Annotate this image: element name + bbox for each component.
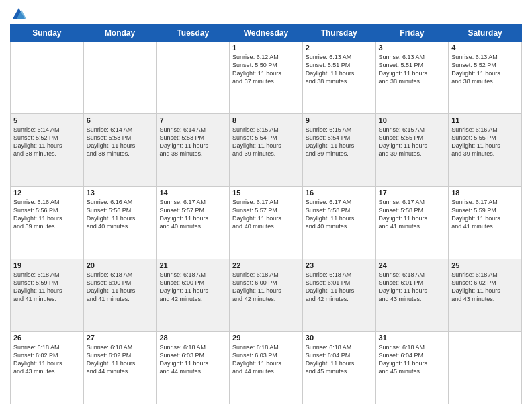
day-number: 3 (379, 44, 446, 52)
weekday-header-monday: Monday (83, 25, 157, 42)
day-cell-27: 27Sunrise: 6:18 AM Sunset: 6:02 PM Dayli… (83, 332, 157, 404)
day-info: Sunrise: 6:18 AM Sunset: 6:02 PM Dayligh… (13, 343, 81, 376)
day-cell-1: 1Sunrise: 6:12 AM Sunset: 5:50 PM Daylig… (230, 42, 303, 114)
weekday-header-row: SundayMondayTuesdayWednesdayThursdayFrid… (11, 25, 522, 42)
empty-cell (83, 42, 157, 114)
day-number: 15 (232, 189, 300, 197)
day-cell-17: 17Sunrise: 6:17 AM Sunset: 5:58 PM Dayli… (375, 187, 449, 259)
day-number: 18 (451, 189, 519, 197)
header (10, 7, 522, 19)
empty-cell (157, 42, 230, 114)
day-number: 7 (159, 116, 226, 124)
day-info: Sunrise: 6:17 AM Sunset: 5:58 PM Dayligh… (306, 198, 373, 231)
day-cell-11: 11Sunrise: 6:16 AM Sunset: 5:55 PM Dayli… (449, 114, 522, 187)
day-number: 22 (232, 261, 300, 269)
day-info: Sunrise: 6:18 AM Sunset: 6:01 PM Dayligh… (379, 271, 446, 304)
day-info: Sunrise: 6:13 AM Sunset: 5:51 PM Dayligh… (306, 53, 373, 86)
week-row-3: 12Sunrise: 6:16 AM Sunset: 5:56 PM Dayli… (11, 187, 522, 259)
weekday-header-tuesday: Tuesday (157, 25, 230, 42)
empty-cell (449, 332, 522, 404)
day-info: Sunrise: 6:18 AM Sunset: 6:00 PM Dayligh… (159, 271, 226, 304)
day-cell-18: 18Sunrise: 6:17 AM Sunset: 5:59 PM Dayli… (449, 187, 522, 259)
weekday-header-thursday: Thursday (302, 25, 375, 42)
day-number: 23 (306, 261, 373, 269)
day-info: Sunrise: 6:18 AM Sunset: 6:03 PM Dayligh… (159, 343, 226, 376)
day-cell-14: 14Sunrise: 6:17 AM Sunset: 5:57 PM Dayli… (157, 187, 230, 259)
day-info: Sunrise: 6:18 AM Sunset: 6:01 PM Dayligh… (306, 271, 373, 304)
day-cell-9: 9Sunrise: 6:15 AM Sunset: 5:54 PM Daylig… (302, 114, 375, 187)
calendar-table: SundayMondayTuesdayWednesdayThursdayFrid… (10, 24, 522, 404)
day-info: Sunrise: 6:14 AM Sunset: 5:53 PM Dayligh… (159, 126, 226, 158)
day-number: 5 (13, 116, 81, 124)
day-number: 11 (451, 116, 519, 124)
day-number: 28 (159, 334, 226, 342)
day-cell-28: 28Sunrise: 6:18 AM Sunset: 6:03 PM Dayli… (157, 332, 230, 404)
day-info: Sunrise: 6:18 AM Sunset: 6:03 PM Dayligh… (232, 343, 300, 376)
day-cell-15: 15Sunrise: 6:17 AM Sunset: 5:57 PM Dayli… (230, 187, 303, 259)
day-cell-29: 29Sunrise: 6:18 AM Sunset: 6:03 PM Dayli… (230, 332, 303, 404)
day-number: 25 (451, 261, 519, 269)
day-info: Sunrise: 6:17 AM Sunset: 5:57 PM Dayligh… (159, 198, 226, 231)
day-cell-23: 23Sunrise: 6:18 AM Sunset: 6:01 PM Dayli… (302, 259, 375, 332)
day-number: 9 (306, 116, 373, 124)
day-info: Sunrise: 6:18 AM Sunset: 6:04 PM Dayligh… (306, 343, 373, 376)
day-info: Sunrise: 6:18 AM Sunset: 5:59 PM Dayligh… (13, 271, 81, 304)
day-number: 14 (159, 189, 226, 197)
logo (10, 7, 26, 19)
day-cell-31: 31Sunrise: 6:18 AM Sunset: 6:04 PM Dayli… (375, 332, 449, 404)
day-info: Sunrise: 6:16 AM Sunset: 5:55 PM Dayligh… (451, 126, 519, 158)
day-number: 19 (13, 261, 81, 269)
logo-icon (11, 7, 26, 21)
day-info: Sunrise: 6:18 AM Sunset: 6:02 PM Dayligh… (87, 343, 154, 376)
day-number: 8 (232, 116, 300, 124)
day-number: 27 (87, 334, 154, 342)
day-cell-7: 7Sunrise: 6:14 AM Sunset: 5:53 PM Daylig… (157, 114, 230, 187)
week-row-5: 26Sunrise: 6:18 AM Sunset: 6:02 PM Dayli… (11, 332, 522, 404)
day-info: Sunrise: 6:16 AM Sunset: 5:56 PM Dayligh… (87, 198, 154, 231)
day-number: 1 (232, 44, 300, 52)
day-cell-20: 20Sunrise: 6:18 AM Sunset: 6:00 PM Dayli… (83, 259, 157, 332)
day-number: 6 (87, 116, 154, 124)
day-number: 2 (306, 44, 373, 52)
day-info: Sunrise: 6:18 AM Sunset: 6:00 PM Dayligh… (232, 271, 300, 304)
day-cell-24: 24Sunrise: 6:18 AM Sunset: 6:01 PM Dayli… (375, 259, 449, 332)
day-number: 13 (87, 189, 154, 197)
day-number: 16 (306, 189, 373, 197)
empty-cell (11, 42, 84, 114)
day-info: Sunrise: 6:15 AM Sunset: 5:54 PM Dayligh… (232, 126, 300, 158)
day-number: 10 (379, 116, 446, 124)
day-number: 31 (379, 334, 446, 342)
day-cell-5: 5Sunrise: 6:14 AM Sunset: 5:52 PM Daylig… (11, 114, 84, 187)
day-cell-4: 4Sunrise: 6:13 AM Sunset: 5:52 PM Daylig… (449, 42, 522, 114)
week-row-2: 5Sunrise: 6:14 AM Sunset: 5:52 PM Daylig… (11, 114, 522, 187)
day-number: 26 (13, 334, 81, 342)
day-info: Sunrise: 6:12 AM Sunset: 5:50 PM Dayligh… (232, 53, 300, 86)
day-info: Sunrise: 6:18 AM Sunset: 6:00 PM Dayligh… (87, 271, 154, 304)
day-cell-8: 8Sunrise: 6:15 AM Sunset: 5:54 PM Daylig… (230, 114, 303, 187)
day-cell-6: 6Sunrise: 6:14 AM Sunset: 5:53 PM Daylig… (83, 114, 157, 187)
weekday-header-saturday: Saturday (449, 25, 522, 42)
page: SundayMondayTuesdayWednesdayThursdayFrid… (0, 0, 532, 411)
week-row-1: 1Sunrise: 6:12 AM Sunset: 5:50 PM Daylig… (11, 42, 522, 114)
weekday-header-wednesday: Wednesday (230, 25, 303, 42)
weekday-header-friday: Friday (375, 25, 449, 42)
day-info: Sunrise: 6:16 AM Sunset: 5:56 PM Dayligh… (13, 198, 81, 231)
day-cell-3: 3Sunrise: 6:13 AM Sunset: 5:51 PM Daylig… (375, 42, 449, 114)
weekday-header-sunday: Sunday (11, 25, 84, 42)
day-cell-19: 19Sunrise: 6:18 AM Sunset: 5:59 PM Dayli… (11, 259, 84, 332)
day-cell-25: 25Sunrise: 6:18 AM Sunset: 6:02 PM Dayli… (449, 259, 522, 332)
day-number: 4 (451, 44, 519, 52)
day-info: Sunrise: 6:15 AM Sunset: 5:55 PM Dayligh… (379, 126, 446, 158)
day-info: Sunrise: 6:18 AM Sunset: 6:04 PM Dayligh… (379, 343, 446, 376)
week-row-4: 19Sunrise: 6:18 AM Sunset: 5:59 PM Dayli… (11, 259, 522, 332)
day-info: Sunrise: 6:17 AM Sunset: 5:59 PM Dayligh… (451, 198, 519, 231)
day-number: 24 (379, 261, 446, 269)
day-info: Sunrise: 6:14 AM Sunset: 5:52 PM Dayligh… (13, 126, 81, 158)
day-info: Sunrise: 6:13 AM Sunset: 5:52 PM Dayligh… (451, 53, 519, 86)
day-cell-10: 10Sunrise: 6:15 AM Sunset: 5:55 PM Dayli… (375, 114, 449, 187)
day-cell-26: 26Sunrise: 6:18 AM Sunset: 6:02 PM Dayli… (11, 332, 84, 404)
day-cell-21: 21Sunrise: 6:18 AM Sunset: 6:00 PM Dayli… (157, 259, 230, 332)
day-cell-13: 13Sunrise: 6:16 AM Sunset: 5:56 PM Dayli… (83, 187, 157, 259)
day-info: Sunrise: 6:17 AM Sunset: 5:58 PM Dayligh… (379, 198, 446, 231)
day-cell-2: 2Sunrise: 6:13 AM Sunset: 5:51 PM Daylig… (302, 42, 375, 114)
